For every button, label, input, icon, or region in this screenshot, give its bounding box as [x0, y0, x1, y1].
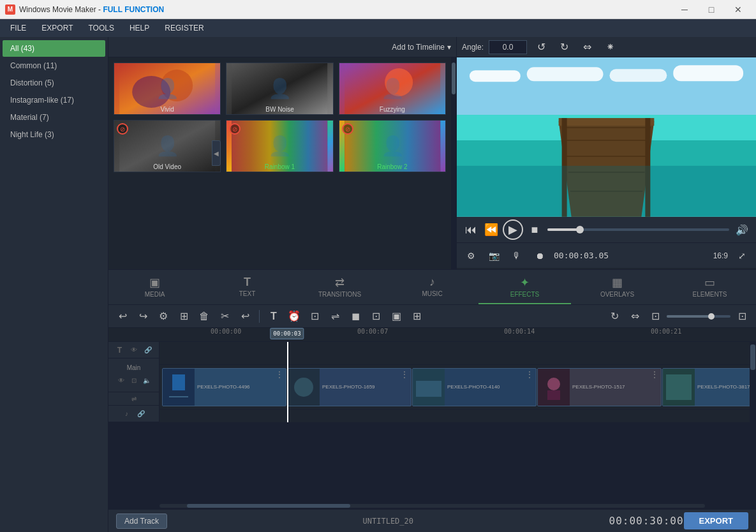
tab-effects[interactable]: ✦ EFFECTS [478, 270, 571, 304]
snapshot-button[interactable]: ⊡ [646, 307, 664, 325]
preview-toolbar: Angle: ↺ ↻ ⇔ ⁕ [457, 37, 756, 57]
menu-tools[interactable]: TOOLS [80, 21, 121, 35]
maximize-button[interactable]: □ [699, 0, 724, 19]
main-track-audio[interactable]: 🔈 [141, 375, 152, 387]
category-distortion[interactable]: Distortion (5) [3, 75, 105, 91]
tab-media-label: MEDIA [145, 291, 165, 298]
fit-button[interactable]: ⇔ [626, 307, 644, 325]
redo-button[interactable]: ↪ [134, 307, 152, 325]
effect-rainbow1-label: Rainbow 1 [226, 162, 332, 172]
play-button[interactable]: ▶ [503, 219, 523, 240]
color-button[interactable]: ▣ [387, 307, 405, 325]
trim-button[interactable]: ↩ [236, 307, 254, 325]
tab-elements[interactable]: ▭ ELEMENTS [663, 270, 756, 304]
category-material[interactable]: Material (7) [3, 109, 105, 126]
add-track-button[interactable]: Add Track [116, 514, 167, 529]
fullscreen-button[interactable]: ⤢ [733, 247, 751, 265]
menu-help[interactable]: HELP [122, 21, 157, 35]
clip-pexels-1517[interactable]: PEXELS-PHOTO-1517 ⋮ [537, 368, 662, 406]
step-back-button[interactable]: ⏪ [482, 221, 500, 239]
motion-button[interactable]: ⇌ [326, 307, 344, 325]
export-button[interactable]: EXPORT [684, 512, 748, 529]
clip-menu-0[interactable]: ⋮ [276, 370, 285, 379]
window-controls: ─ □ ✕ [672, 0, 751, 19]
main-track-view[interactable]: ⊡ [128, 375, 140, 387]
grid-button[interactable]: ⊞ [408, 307, 426, 325]
volume-button[interactable]: 🔊 [733, 221, 751, 239]
settings-button[interactable]: ⚙ [154, 307, 172, 325]
more-options-button[interactable]: ⁕ [601, 40, 619, 55]
tab-text[interactable]: T TEXT [201, 270, 293, 304]
effect-vivid[interactable]: 👤 Vivid [114, 63, 221, 115]
tab-overlays[interactable]: ▦ OVERLAYS [571, 270, 663, 304]
category-all[interactable]: All (43) [3, 40, 105, 57]
clips-container: PEXELS-PHOTO-4496 ⋮ [159, 365, 750, 409]
loop-button[interactable]: ↻ [605, 307, 623, 325]
effect-fuzzying[interactable]: 👤 Fuzzying [339, 63, 446, 115]
camera-button[interactable]: 📷 [485, 247, 503, 265]
timeline-scrollbar-thumb[interactable] [750, 344, 755, 370]
effect-oldvideo[interactable]: 👤 ⊘ Old Video [114, 120, 221, 172]
split-button[interactable]: ✂ [216, 307, 233, 325]
rotate-right-button[interactable]: ↻ [555, 40, 573, 55]
clip-pexels-1659[interactable]: PEXELS-PHOTO-1659 ⋮ [287, 368, 411, 406]
clock-button[interactable]: ⏰ [285, 307, 303, 325]
svg-rect-33 [457, 166, 756, 217]
menu-register[interactable]: REGISTER [157, 21, 211, 35]
category-nightlife[interactable]: Night Life (3) [3, 126, 105, 143]
undo-button[interactable]: ↩ [114, 307, 131, 325]
main-track-visibility[interactable]: 👁 [115, 375, 127, 387]
tab-music[interactable]: ♪ MUSIC [386, 270, 478, 304]
music-icon: ♪ [429, 276, 435, 289]
text-tool-button[interactable]: T [265, 307, 283, 325]
category-instagram[interactable]: Instagram-like (17) [3, 92, 105, 108]
mic-button[interactable]: 🎙 [508, 247, 526, 265]
zoom-slider[interactable] [667, 315, 730, 318]
close-button[interactable]: ✕ [725, 0, 751, 19]
clip-pexels-4496[interactable]: PEXELS-PHOTO-4496 ⋮ [162, 368, 286, 406]
flip-button[interactable]: ⇔ [578, 40, 596, 55]
skip-start-button[interactable]: ⏮ [462, 221, 480, 239]
clip-menu-2[interactable]: ⋮ [526, 370, 535, 379]
copy-button[interactable]: ⊞ [175, 307, 193, 325]
crop-button[interactable]: ⊡ [367, 307, 385, 325]
text-track-link[interactable]: 🔗 [142, 344, 154, 356]
timeline-hscroll-thumb[interactable] [187, 504, 351, 508]
effect-rainbow1[interactable]: 👤 ⊘ Rainbow 1 [226, 120, 333, 172]
shape-button[interactable]: ◼ [346, 307, 364, 325]
zoom-out-button[interactable]: ⊡ [733, 307, 751, 325]
stop-button[interactable]: ■ [526, 221, 544, 239]
category-common[interactable]: Common (11) [3, 57, 105, 74]
effect-bwnoise[interactable]: 👤 BW Noise [226, 63, 333, 115]
ban-icon: ⊘ [117, 123, 128, 135]
motion-track-icon[interactable]: ⇌ [128, 393, 140, 404]
delete-button[interactable]: 🗑 [195, 307, 213, 325]
text-track-visibility[interactable]: 👁 [128, 344, 140, 356]
angle-input[interactable] [489, 40, 527, 54]
audio-track-icon[interactable]: ♪ [121, 408, 133, 419]
ruler-mark-3: 00:00:21 [651, 328, 681, 335]
collapse-button[interactable]: ◀ [212, 140, 221, 166]
clip-pexels-3817[interactable]: PEXELS-PHOTO-3817 ⋮ [662, 368, 750, 406]
rotate-left-button[interactable]: ↺ [532, 40, 550, 55]
playback-progress[interactable] [547, 228, 729, 231]
text-track [159, 342, 750, 365]
menu-export[interactable]: EXPORT [34, 21, 80, 35]
clip-menu-1[interactable]: ⋮ [401, 370, 410, 379]
add-to-timeline-button[interactable]: Add to Timeline ▾ [392, 43, 451, 52]
menu-file[interactable]: FILE [3, 21, 34, 35]
ban-icon-rainbow2: ⊘ [342, 123, 353, 135]
record-button[interactable]: ⏺ [531, 247, 549, 265]
effects-scrollbar-thumb[interactable] [452, 63, 456, 94]
minimize-button[interactable]: ─ [672, 0, 697, 19]
audio-track-link[interactable]: 🔗 [135, 408, 147, 419]
align-button[interactable]: ⊡ [306, 307, 323, 325]
clip-menu-3[interactable]: ⋮ [651, 370, 660, 379]
timeline-hscroll-track[interactable] [159, 504, 705, 508]
text-track-icon[interactable]: T [114, 344, 126, 356]
clip-pexels-4140[interactable]: PEXELS-PHOTO-4140 ⋮ [412, 368, 537, 406]
tab-media[interactable]: ▣ MEDIA [108, 270, 201, 304]
effect-rainbow2[interactable]: 👤 ⊘ Rainbow 2 [339, 120, 446, 172]
tab-transitions[interactable]: ⇄ TRANSITIONS [293, 270, 386, 304]
snapshot-settings-button[interactable]: ⚙ [462, 247, 480, 265]
